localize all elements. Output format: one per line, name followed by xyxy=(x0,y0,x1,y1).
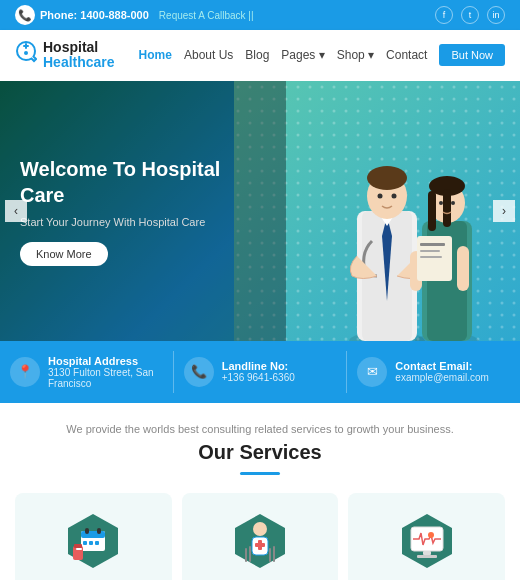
address-icon: 📍 xyxy=(10,357,40,387)
info-phone: 📞 Landline No: +136 9641-6360 xyxy=(174,351,348,393)
hero-arrow-left[interactable]: ‹ xyxy=(5,200,27,222)
service-card-3[interactable] xyxy=(348,493,505,580)
svg-point-10 xyxy=(367,166,407,190)
know-more-button[interactable]: Know More xyxy=(20,242,108,266)
svg-rect-38 xyxy=(76,548,82,550)
logo-line1: Hospital xyxy=(43,40,115,55)
services-underline xyxy=(240,472,280,475)
buynow-button[interactable]: But Now xyxy=(439,44,505,66)
svg-point-26 xyxy=(439,201,443,205)
email-text: Contact Email: example@email.com xyxy=(395,360,489,383)
address-value: 3130 Fulton Street, San Francisco xyxy=(48,367,163,389)
svg-rect-53 xyxy=(417,555,437,558)
service-card-1[interactable] xyxy=(15,493,172,580)
nav-blog[interactable]: Blog xyxy=(245,48,269,62)
svg-rect-44 xyxy=(255,543,265,547)
svg-rect-33 xyxy=(83,541,87,545)
svg-rect-52 xyxy=(423,551,431,555)
linkedin-icon[interactable]: in xyxy=(487,6,505,24)
nav-home[interactable]: Home xyxy=(139,48,172,62)
service-icon-3 xyxy=(397,511,457,571)
service-card-2[interactable] xyxy=(182,493,339,580)
svg-rect-18 xyxy=(417,236,452,281)
top-bar-left: 📞 Phone: 1400-888-000 Request A Callback… xyxy=(15,5,254,25)
logo-text: Hospital Healthcare xyxy=(43,40,115,71)
hero-overlay: Welcome To Hospital Care Start Your Jour… xyxy=(0,81,286,341)
phone-value: +136 9641-6360 xyxy=(222,372,295,383)
phone-number: Phone: 1400-888-000 xyxy=(40,9,149,21)
logo[interactable]: Hospital Healthcare xyxy=(15,40,115,71)
svg-rect-20 xyxy=(420,250,440,252)
nav-pages[interactable]: Pages ▾ xyxy=(281,48,324,62)
callback-link[interactable]: Request A Callback || xyxy=(159,10,254,21)
phone-icon: 📞 xyxy=(15,5,35,25)
address-text: Hospital Address 3130 Fulton Street, San… xyxy=(48,355,163,389)
svg-point-27 xyxy=(451,201,455,205)
services-section: We provide the worlds best consulting re… xyxy=(0,403,520,580)
hero-title: Welcome To Hospital Care xyxy=(20,156,266,208)
header: Hospital Healthcare Home About Us Blog P… xyxy=(0,30,520,81)
hero-arrow-right[interactable]: › xyxy=(493,200,515,222)
main-nav: Home About Us Blog Pages ▾ Shop ▾ Contac… xyxy=(139,44,505,66)
phone-label: Landline No: xyxy=(222,360,295,372)
logo-line2: Healthcare xyxy=(43,55,115,70)
logo-icon xyxy=(15,40,37,70)
email-value: example@email.com xyxy=(395,372,489,383)
info-address: 📍 Hospital Address 3130 Fulton Street, S… xyxy=(0,351,174,393)
top-bar: 📞 Phone: 1400-888-000 Request A Callback… xyxy=(0,0,520,30)
service-icon-2 xyxy=(230,511,290,571)
phone-text: Landline No: +136 9641-6360 xyxy=(222,360,295,383)
hero-section: Welcome To Hospital Care Start Your Jour… xyxy=(0,81,520,341)
svg-rect-19 xyxy=(420,243,445,246)
address-label: Hospital Address xyxy=(48,355,163,367)
facebook-icon[interactable]: f xyxy=(435,6,453,24)
nav-about[interactable]: About Us xyxy=(184,48,233,62)
svg-rect-25 xyxy=(443,189,451,227)
svg-point-11 xyxy=(378,193,383,198)
info-bar: 📍 Hospital Address 3130 Fulton Street, S… xyxy=(0,341,520,403)
email-icon: ✉ xyxy=(357,357,387,387)
svg-rect-31 xyxy=(85,528,89,534)
svg-rect-21 xyxy=(420,256,442,258)
svg-point-0 xyxy=(24,51,28,55)
svg-rect-30 xyxy=(81,531,105,538)
service-cards xyxy=(15,493,505,580)
svg-point-40 xyxy=(253,522,267,536)
services-tagline: We provide the worlds best consulting re… xyxy=(15,423,505,435)
nav-contact[interactable]: Contact xyxy=(386,48,427,62)
svg-rect-32 xyxy=(97,528,101,534)
service-icon-1 xyxy=(63,511,123,571)
hero-subtitle: Start Your Journey With Hospital Care xyxy=(20,216,266,228)
svg-point-12 xyxy=(392,193,397,198)
services-title: Our Services xyxy=(15,441,505,464)
svg-rect-24 xyxy=(428,191,436,231)
phone-info-icon: 📞 xyxy=(184,357,214,387)
twitter-icon[interactable]: t xyxy=(461,6,479,24)
svg-rect-37 xyxy=(74,544,82,548)
email-label: Contact Email: xyxy=(395,360,489,372)
svg-rect-34 xyxy=(89,541,93,545)
info-email: ✉ Contact Email: example@email.com xyxy=(347,351,520,393)
svg-point-54 xyxy=(428,532,434,538)
social-links: f t in xyxy=(435,6,505,24)
svg-rect-17 xyxy=(457,246,469,291)
svg-rect-35 xyxy=(95,541,99,545)
nav-shop[interactable]: Shop ▾ xyxy=(337,48,374,62)
